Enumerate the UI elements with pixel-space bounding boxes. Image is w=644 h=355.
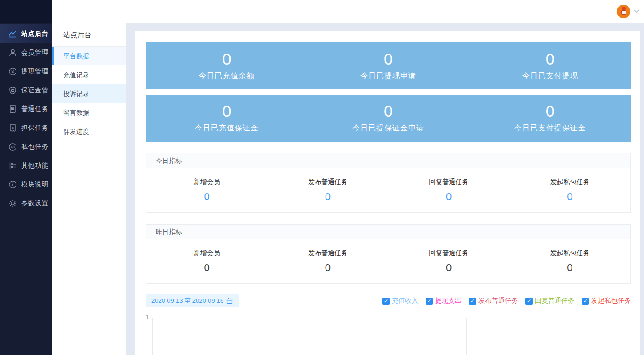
- gridline-vertical: [466, 318, 467, 355]
- metric-value: 0: [389, 262, 509, 274]
- stat-value: 0: [546, 103, 555, 120]
- stat-tile: 0 今日已充值保证金: [146, 95, 308, 142]
- banner-divider: [469, 53, 469, 78]
- sidebar-item-guarantee-tasks[interactable]: ¥ 担保任务: [0, 119, 52, 137]
- sidebar-item-label: 会员管理: [21, 48, 48, 57]
- metric-label: 回复普通任务: [389, 178, 509, 186]
- metric: 发起私包任务 0: [509, 249, 630, 274]
- sidebar-item-label: 其他功能: [21, 161, 48, 170]
- metric-label: 发起私包任务: [509, 178, 630, 186]
- stat-value: 0: [384, 103, 393, 120]
- stat-label: 今日已充值保证金: [195, 123, 259, 133]
- banner-divider: [469, 105, 469, 130]
- panel-yesterday-metrics: 昨日指标 新增会员 0 发布普通任务 0 回复普通任务 0 发起私包任务 0: [146, 224, 631, 284]
- top-header: [52, 0, 644, 23]
- stat-tile: 0 今日已提现申请: [308, 42, 469, 89]
- svg-text:¥: ¥: [11, 69, 14, 74]
- submenu-title: 站点后台: [52, 23, 126, 47]
- metric-label: 新增会员: [146, 178, 267, 186]
- checkbox-checked-icon[interactable]: ✓: [525, 298, 533, 305]
- stat-label: 今日已支付提保证金: [514, 123, 586, 133]
- legend-item-reply-normal-task[interactable]: ✓ 回复普通任务: [525, 297, 574, 305]
- gear-icon: [8, 199, 17, 208]
- legend-item-publish-normal-task[interactable]: ✓ 发布普通任务: [469, 297, 518, 305]
- date-range-picker[interactable]: 2020-09-13 至 2020-09-16: [146, 294, 239, 307]
- sidebar-item-label: 担保任务: [21, 124, 48, 132]
- sidebar-item-module-help[interactable]: 模块说明: [0, 175, 52, 194]
- y-axis-tick-label: 1: [146, 315, 149, 320]
- metric-value: 0: [509, 191, 630, 203]
- submenu-item-platform-data[interactable]: 平台数据: [52, 47, 126, 65]
- ticket-icon: [8, 105, 17, 114]
- sidebar-item-label: 私包任务: [21, 143, 48, 151]
- metric: 发布普通任务 0: [267, 178, 388, 203]
- stat-label: 今日已提保证金申请: [352, 123, 424, 133]
- metric: 发起私包任务 0: [509, 178, 630, 203]
- submenu-item-complaint-records[interactable]: 投诉记录: [52, 84, 126, 103]
- metric: 发布普通任务 0: [267, 249, 388, 274]
- metric-value: 0: [146, 191, 267, 203]
- legend-item-recharge-income[interactable]: ✓ 充值收入: [382, 297, 418, 305]
- stats-banner-today-funds: 0 今日已充值余额 0 今日已提现申请 0 今日已支付提现: [146, 42, 631, 89]
- metric-value: 0: [267, 262, 388, 274]
- sidebar-logo-area: [0, 0, 52, 23]
- checkbox-checked-icon[interactable]: ✓: [469, 298, 476, 305]
- banner-divider: [308, 105, 308, 130]
- panel-title: 今日指标: [146, 153, 630, 168]
- sidebar-item-label: 保证金管: [21, 86, 48, 95]
- metric-label: 发布普通任务: [267, 249, 388, 258]
- sidebar-item-private-tasks[interactable]: </> 私包任务: [0, 137, 52, 156]
- code-circle-icon: </>: [8, 143, 17, 152]
- stat-tile: 0 今日已充值余额: [146, 42, 308, 89]
- chevron-down-icon[interactable]: [634, 9, 639, 13]
- stat-tile: 0 今日已支付提现: [469, 42, 631, 89]
- checkbox-checked-icon[interactable]: ✓: [582, 298, 589, 305]
- primary-sidebar: 站点后台 会员管理 ¥ 提现管理 保证金管: [0, 0, 52, 355]
- sidebar-item-site-admin[interactable]: 站点后台: [0, 24, 52, 43]
- sidebar-item-members[interactable]: 会员管理: [0, 43, 52, 62]
- submenu-item-message-data[interactable]: 留言数据: [52, 103, 126, 122]
- metric-value: 0: [509, 262, 630, 274]
- sidebar-item-label: 模块说明: [21, 180, 48, 189]
- stat-tile: 0 今日已支付提保证金: [469, 95, 631, 142]
- checkbox-checked-icon[interactable]: ✓: [426, 298, 433, 305]
- stat-value: 0: [384, 51, 393, 68]
- avatar-mascot: [622, 7, 626, 10]
- metric-label: 回复普通任务: [389, 249, 509, 258]
- shield-lock-icon: [8, 86, 17, 95]
- user-icon: [8, 48, 17, 57]
- trend-chart: 1: [146, 314, 631, 355]
- legend-item-start-private-task[interactable]: ✓ 发起私包任务: [582, 297, 631, 305]
- stat-label: 今日已支付提现: [522, 71, 578, 81]
- secondary-sidebar: 站点后台 平台数据 充值记录 投诉记录 留言数据 群发进度: [52, 23, 126, 355]
- calendar-icon: [226, 298, 233, 304]
- sidebar-item-label: 站点后台: [21, 30, 48, 38]
- chart-toolbar: 2020-09-13 至 2020-09-16 ✓ 充值收入 ✓ 提现支出 ✓ …: [146, 294, 631, 307]
- submenu-item-broadcast-progress[interactable]: 群发进度: [52, 122, 126, 141]
- list-settings-icon: [8, 161, 17, 170]
- sidebar-item-label: 普通任务: [21, 105, 48, 113]
- sidebar-item-normal-tasks[interactable]: 普通任务: [0, 100, 52, 119]
- panel-title: 昨日指标: [146, 225, 630, 239]
- checkbox-checked-icon[interactable]: ✓: [382, 298, 390, 305]
- primary-nav: 站点后台 会员管理 ¥ 提现管理 保证金管: [0, 23, 52, 213]
- banner-divider: [308, 53, 308, 78]
- legend-label: 发布普通任务: [478, 297, 518, 305]
- sidebar-item-withdrawals[interactable]: ¥ 提现管理: [0, 62, 52, 81]
- svg-text:</>: </>: [10, 145, 15, 149]
- chart-plot-area: [152, 318, 623, 355]
- sidebar-item-settings[interactable]: 参数设置: [0, 194, 52, 213]
- metric-label: 发布普通任务: [267, 178, 388, 186]
- sidebar-item-label: 提现管理: [21, 67, 48, 76]
- submenu-item-recharge-records[interactable]: 充值记录: [52, 65, 126, 84]
- ticket-yuan-icon: ¥: [8, 124, 17, 133]
- stat-label: 今日已充值余额: [199, 71, 254, 81]
- stat-value: 0: [222, 103, 231, 120]
- metric: 回复普通任务 0: [389, 178, 509, 203]
- stat-value: 0: [546, 51, 555, 68]
- sidebar-item-deposit[interactable]: 保证金管: [0, 81, 52, 100]
- user-avatar[interactable]: [617, 5, 630, 18]
- metric: 新增会员 0: [146, 178, 267, 203]
- sidebar-item-other-functions[interactable]: 其他功能: [0, 156, 52, 175]
- legend-item-withdraw-expense[interactable]: ✓ 提现支出: [426, 297, 461, 305]
